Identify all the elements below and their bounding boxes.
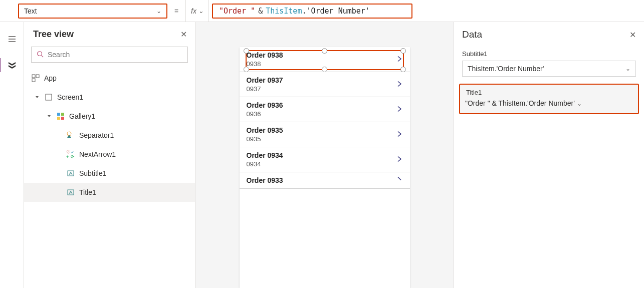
formula-token-object: ThisItem [266,7,302,16]
data-pane-title: Data [462,29,482,40]
svg-point-0 [38,51,42,56]
left-rail [0,22,24,288]
row-title: Order 0936 [247,101,403,109]
screen-icon [44,93,53,102]
tree-view-icon[interactable] [2,56,22,74]
nextarrow-icon: ♡✓+⟳ [66,150,75,159]
tree-node-label: App [44,74,57,82]
field-title1: Title1 "Order " & ThisItem.'Order Number… [459,84,639,114]
tree-node-label: Title1 [79,188,96,196]
chevron-right-icon[interactable] [396,80,403,89]
gallery-icon [56,112,65,121]
label-icon [66,188,75,197]
chevron-right-icon[interactable] [396,55,403,64]
gallery-row[interactable]: Order 09340934 [240,147,410,172]
tree-view-title: Tree view [33,29,74,40]
svg-rect-2 [36,75,39,78]
gallery-row[interactable]: Order 0933 [240,172,410,189]
field-subtitle1: Subtitle1 ThisItem.'Order Number' ⌄ [454,47,644,84]
hamburger-icon[interactable] [2,30,22,48]
caret-down-icon[interactable] [34,94,40,100]
data-pane: Data ✕ Subtitle1 ThisItem.'Order Number'… [454,22,644,288]
gallery-row[interactable]: Order 09350935 [240,122,410,147]
tree-node-screen1[interactable]: Screen1 [24,88,195,107]
row-subtitle: 0934 [247,160,403,168]
chevron-right-icon[interactable] [396,130,403,139]
gallery-row[interactable]: Order 09370937 [240,72,410,97]
svg-rect-6 [61,113,64,116]
search-icon [37,51,44,59]
fx-button[interactable]: fx ⌄ [185,0,209,22]
svg-rect-7 [57,117,60,120]
row-subtitle: 0936 [247,110,403,118]
field-label: Title1 [465,88,633,99]
row-subtitle: 0935 [247,135,403,143]
svg-rect-8 [61,117,64,120]
property-dropdown[interactable]: Text ⌄ [18,4,167,19]
fx-label: fx [191,7,196,15]
chevron-right-icon[interactable] [396,155,403,164]
row-title: Order 0934 [247,151,403,159]
caret-down-icon[interactable] [46,113,52,119]
tree-node-gallery1[interactable]: Gallery1 [24,107,195,126]
search-input[interactable] [48,51,182,59]
label-icon [66,169,75,178]
close-icon[interactable]: ✕ [180,30,187,39]
tree-node-separator1[interactable]: Separator1 [24,126,195,145]
title-dropdown[interactable]: "Order " & ThisItem.'Order Number' ⌄ [465,99,633,107]
svg-rect-1 [32,75,35,78]
svg-text:+: + [66,154,69,159]
formula-token-string: "Order " [219,7,255,16]
row-subtitle: 0937 [247,85,403,93]
tree-view-panel: Tree view ✕ App Screen1 [24,22,195,288]
formula-bar: Text ⌄ = fx ⌄ "Order " & ThisItem . 'Ord… [0,0,644,22]
tree-node-label: Screen1 [57,93,83,101]
chevron-down-icon: ⌄ [198,8,203,15]
tree-node-label: Subtitle1 [79,169,106,177]
formula-input[interactable]: "Order " & ThisItem . 'Order Number' [212,4,412,19]
chevron-down-icon: ⌄ [156,8,161,15]
app-icon [31,74,40,83]
separator-icon [66,131,75,140]
row-title: Order 0933 [247,176,403,184]
formula-token-operator: & [258,7,263,16]
chevron-down-icon: ⌄ [625,65,630,72]
chevron-right-icon[interactable] [396,105,403,114]
field-label: Subtitle1 [462,50,636,61]
chevron-down-icon: ⌄ [577,100,582,107]
row-title: Order 0937 [247,76,403,84]
formula-token-property: 'Order Number' [306,7,369,16]
tree-node-subtitle1[interactable]: Subtitle1 [24,164,195,183]
chevron-right-icon[interactable] [396,176,403,185]
gallery-row[interactable]: Order 09380938 [240,47,410,72]
svg-text:⟳: ⟳ [71,154,75,159]
canvas-area[interactable]: Order 09380938Order 09370937Order 093609… [195,22,454,288]
equals-sign: = [170,7,182,15]
row-subtitle: 0938 [247,60,403,68]
subtitle-dropdown[interactable]: ThisItem.'Order Number' ⌄ [462,61,636,77]
formula-token-dot: . [302,7,306,16]
tree-node-label: Separator1 [79,131,114,139]
tree-node-label: NextArrow1 [79,150,116,158]
tree-search[interactable] [31,47,188,63]
dropdown-value: "Order " & ThisItem.'Order Number' [465,99,575,107]
gallery-preview: Order 09380938Order 09370937Order 093609… [240,47,410,288]
dropdown-value: ThisItem.'Order Number' [468,65,544,73]
svg-rect-5 [57,113,60,116]
row-title: Order 0938 [247,51,403,59]
gallery-row[interactable]: Order 09360936 [240,97,410,122]
row-title: Order 0935 [247,126,403,134]
tree-node-app[interactable]: App [24,69,195,88]
svg-rect-4 [46,94,52,100]
tree-node-label: Gallery1 [69,112,95,120]
tree-node-title1[interactable]: Title1 [24,183,195,202]
property-dropdown-label: Text [24,7,37,15]
close-icon[interactable]: ✕ [629,30,636,40]
tree-node-nextarrow1[interactable]: ♡✓+⟳ NextArrow1 [24,145,195,164]
svg-rect-3 [32,79,35,82]
